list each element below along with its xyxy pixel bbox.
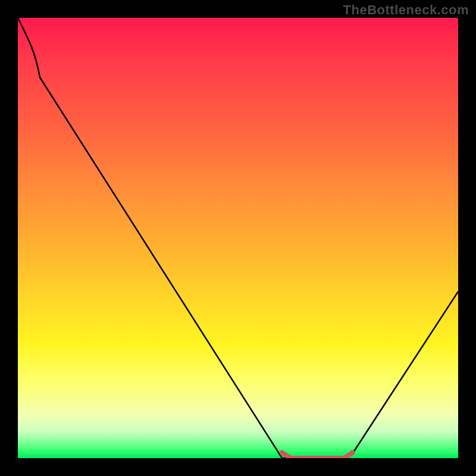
watermark-text: TheBottleneck.com [343, 2, 469, 18]
plot-area [18, 18, 458, 458]
chart-frame: TheBottleneck.com [0, 0, 476, 476]
gradient-background [18, 18, 458, 458]
